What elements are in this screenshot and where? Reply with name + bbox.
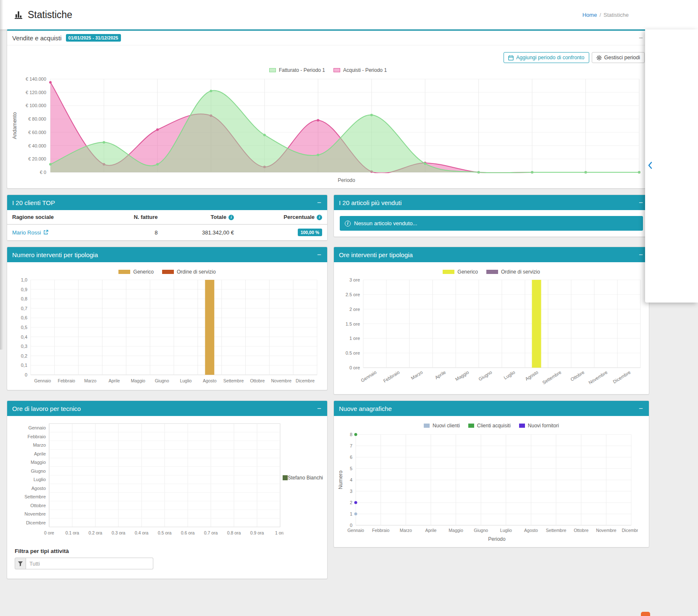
svg-text:0.2 ora: 0.2 ora (89, 530, 102, 535)
legend-item[interactable]: Generico (443, 269, 478, 275)
filter-section: Filtra per tipi attività (10, 542, 324, 575)
numero-interventi-chart[interactable]: 00,10,20,30,40,50,60,70,80,91,0GennaioFe… (10, 276, 324, 387)
legend-label: Generico (133, 269, 154, 275)
manage-periods-button[interactable]: Gestisci periodi (592, 52, 645, 63)
column-ragione-sociale: Ragione sociale (7, 210, 101, 224)
activity-type-filter-input[interactable] (26, 558, 153, 569)
add-comparison-period-button[interactable]: Aggiungi periodo di confronto (504, 52, 589, 63)
info-icon[interactable]: i (228, 215, 234, 220)
svg-text:Settembre: Settembre (24, 494, 46, 499)
client-link[interactable]: Mario Rossi (12, 229, 41, 236)
svg-text:0.8 ora: 0.8 ora (227, 530, 241, 535)
svg-text:4: 4 (350, 477, 352, 482)
collapse-panel-button[interactable]: − (638, 405, 644, 412)
legend-swatch (424, 424, 430, 428)
svg-text:0,9: 0,9 (21, 287, 27, 292)
panel-title: I 20 articoli più venduti (339, 199, 401, 206)
panel-vendite-header: Vendite e acquisti 01/01/2025 - 31/12/20… (7, 31, 649, 45)
filter-button[interactable] (15, 558, 26, 569)
svg-text:Giugno: Giugno (474, 528, 488, 533)
svg-text:Luglio: Luglio (503, 370, 516, 381)
button-label: Aggiungi periodo di confronto (516, 55, 585, 61)
collapse-panel-button[interactable]: − (316, 199, 322, 206)
svg-text:Giugno: Giugno (155, 378, 169, 383)
svg-text:Luglio: Luglio (180, 378, 192, 383)
svg-text:Aprile: Aprile (425, 528, 436, 533)
svg-text:Luglio: Luglio (34, 477, 46, 482)
svg-text:Dicembre: Dicembre (26, 520, 46, 525)
collapse-panel-button[interactable]: − (638, 251, 644, 258)
legend-item[interactable]: Nuovi fornitori (519, 423, 559, 429)
legend-item[interactable]: Clienti acquisiti (468, 423, 511, 429)
ore-lavoro-chart[interactable]: 0 ore0.1 ora0.2 ora0.3 ora0.4 ora0.5 ora… (10, 419, 324, 542)
cell-ragione-sociale: Mario Rossi (7, 224, 101, 240)
svg-text:Novembre: Novembre (588, 370, 608, 385)
cell-totale: 381.342,00 € (163, 224, 239, 240)
svg-text:2: 2 (350, 500, 352, 505)
legend-item[interactable]: Acquisti - Periodo 1 (333, 67, 387, 73)
svg-text:Maggio: Maggio (449, 528, 463, 533)
collapse-panel-button[interactable]: − (316, 251, 322, 258)
legend-swatch (283, 475, 288, 480)
empty-state-alert: i Nessun articolo venduto... (340, 216, 643, 231)
cell-n-fatture: 8 (101, 224, 163, 240)
legend-item[interactable]: Ordine di servizio (162, 269, 216, 275)
anagrafiche-chart-legend: Nuovi clientiClienti acquisitiNuovi forn… (337, 419, 646, 430)
panel-vendite-acquisti: Vendite e acquisti 01/01/2025 - 31/12/20… (7, 29, 649, 189)
svg-text:0,2: 0,2 (21, 353, 27, 358)
drawer-toggle-button[interactable] (647, 161, 653, 171)
legend-item[interactable]: Ordine di servizio (486, 269, 540, 275)
svg-text:Andamento: Andamento (12, 112, 18, 139)
percent-badge: 100,00 % (298, 229, 322, 236)
legend-swatch (519, 424, 525, 428)
svg-text:0.4 ora: 0.4 ora (135, 530, 149, 535)
legend-label: Clienti acquisiti (477, 423, 511, 429)
collapse-panel-button[interactable]: − (316, 405, 322, 412)
svg-text:0: 0 (350, 523, 352, 528)
left-edge-shadow (0, 0, 3, 350)
svg-text:2.5 ore: 2.5 ore (346, 292, 360, 297)
legend-item[interactable]: Stefano Bianchi (283, 475, 323, 481)
svg-text:Dicembre: Dicembre (612, 370, 631, 384)
svg-text:€ 100.000: € 100.000 (26, 103, 46, 108)
legend-item[interactable]: Nuovi clienti (424, 423, 460, 429)
svg-text:0,7: 0,7 (21, 306, 27, 311)
legend-label: Fatturato - Periodo 1 (279, 67, 325, 73)
floating-button-partial[interactable] (641, 612, 650, 616)
svg-text:Gennaio: Gennaio (347, 528, 364, 533)
table-row[interactable]: Mario Rossi 8 381.342,00 € 100,00 % (7, 224, 327, 240)
info-icon[interactable]: i (317, 215, 322, 220)
legend-swatch (468, 424, 474, 428)
svg-text:€ 80.000: € 80.000 (28, 116, 46, 121)
panel-anagrafiche-header: Nuove anagrafiche − (334, 401, 649, 416)
svg-text:0.6 ora: 0.6 ora (181, 530, 195, 535)
svg-text:Febbraio: Febbraio (382, 370, 400, 384)
svg-text:Novembre: Novembre (271, 378, 292, 383)
svg-text:1 ora: 1 ora (275, 530, 283, 535)
table-header-row: Ragione sociale N. fatture Totalei Perce… (7, 210, 327, 224)
svg-text:Marzo: Marzo (33, 442, 46, 448)
ore-interventi-chart[interactable]: 0 ore0.5 ore1 ore1.5 ore2 ore2.5 ore3 or… (337, 276, 646, 391)
svg-text:Aprile: Aprile (34, 451, 46, 456)
svg-text:Aprile: Aprile (108, 378, 120, 383)
anagrafiche-chart[interactable]: 012345678GennaioFebbraioMarzoAprileMaggi… (337, 430, 646, 536)
external-link-icon[interactable] (43, 230, 48, 235)
numero-chart-legend: GenericoOrdine di servizio (10, 266, 324, 276)
x-axis-title: Periodo (10, 177, 643, 185)
legend-swatch (269, 68, 276, 72)
column-n-fatture: N. fatture (101, 210, 163, 224)
legend-item[interactable]: Generico (118, 269, 154, 275)
svg-text:0.5 ore: 0.5 ore (346, 350, 360, 355)
button-label: Gestisci periodi (604, 55, 640, 61)
breadcrumb-home-link[interactable]: Home (583, 12, 597, 18)
panel-title: Vendite e acquisti (12, 34, 62, 42)
collapse-panel-button[interactable]: − (638, 34, 644, 42)
svg-text:Febbraio: Febbraio (58, 378, 76, 383)
collapse-panel-button[interactable]: − (638, 199, 644, 206)
funnel-icon (18, 561, 23, 566)
legend-item[interactable]: Fatturato - Periodo 1 (269, 67, 325, 73)
vendite-chart[interactable]: € 0€ 20.000€ 40.000€ 60.000€ 80.000€ 100… (10, 75, 646, 177)
svg-text:Dicembre: Dicembre (296, 378, 315, 383)
info-icon: i (345, 221, 351, 226)
vendite-chart-legend: Fatturato - Periodo 1Acquisti - Periodo … (10, 64, 646, 75)
